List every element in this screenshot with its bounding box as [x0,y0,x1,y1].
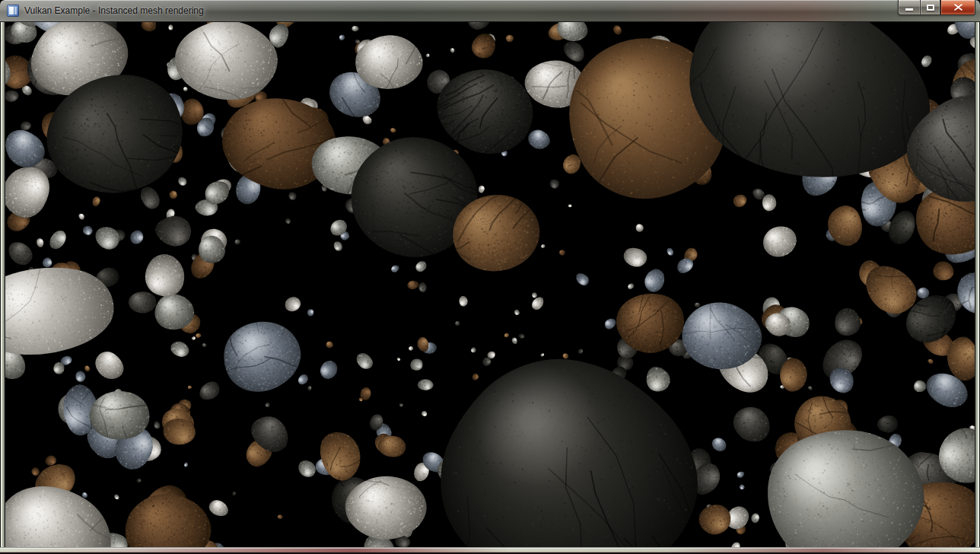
close-icon [954,4,963,11]
app-icon[interactable] [7,5,19,17]
window-border-left[interactable] [0,22,5,547]
window-controls [898,0,975,15]
window-title: Vulkan Example - Instanced mesh renderin… [24,0,204,22]
minimize-button[interactable] [898,0,920,15]
maximize-button[interactable] [920,0,940,15]
titlebar[interactable]: Vulkan Example - Instanced mesh renderin… [0,0,980,22]
minimize-icon [905,8,913,11]
maximize-icon [927,5,934,11]
close-button[interactable] [940,0,975,15]
vulkan-render-viewport[interactable] [5,22,975,547]
window-border-bottom[interactable] [0,547,980,554]
app-icon-pane [9,7,14,14]
window-border-right[interactable] [975,22,980,547]
app-icon-pane2 [14,7,17,14]
app-window: Vulkan Example - Instanced mesh renderin… [0,0,980,554]
